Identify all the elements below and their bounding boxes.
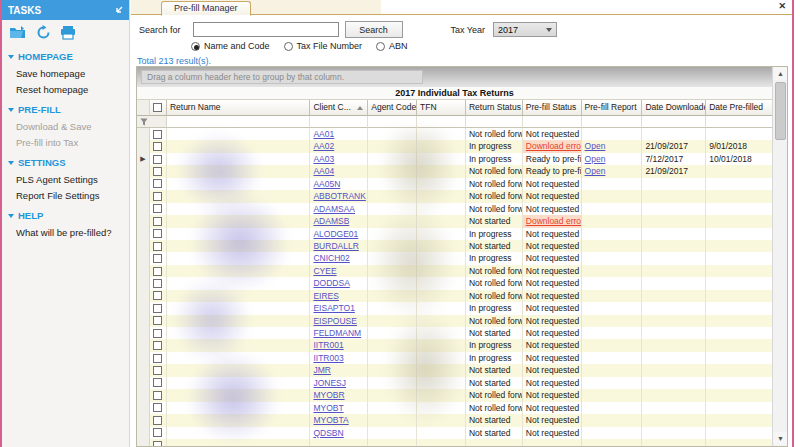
section-header-prefill[interactable]: PRE-FILL (2, 101, 129, 118)
row-checkbox[interactable] (153, 391, 162, 400)
filter-cell[interactable] (310, 116, 368, 128)
column-header-tfn[interactable]: TFN (417, 100, 466, 116)
client-code-link[interactable]: BURDALLR (313, 241, 358, 251)
row-checkbox[interactable] (153, 167, 162, 176)
tab-prefill-manager[interactable]: Pre-fill Manager (161, 1, 251, 16)
open-report-link[interactable]: Open (585, 166, 606, 176)
column-header-return-name[interactable]: Return Name (167, 100, 311, 116)
row-checkbox[interactable] (153, 428, 162, 437)
open-report-link[interactable]: Open (585, 154, 606, 164)
table-row[interactable]: AA04Not rolled forw...Ready to pre-fillO… (137, 165, 772, 177)
column-header-date-downloaded[interactable]: Date Downloaded (642, 100, 706, 116)
sidebar-item-pls-agent-settings[interactable]: PLS Agent Settings (2, 171, 129, 187)
table-row[interactable]: ALODGE01In progressNot requested (137, 228, 772, 240)
tax-year-select[interactable]: 2017 (493, 22, 557, 37)
client-code-link[interactable]: AA02 (313, 141, 334, 151)
row-checkbox[interactable] (153, 341, 162, 350)
table-row[interactable]: FELDMANMNot startedNot requested (137, 327, 772, 339)
client-code-link[interactable]: ADAMSAA (313, 204, 355, 214)
row-checkbox[interactable] (153, 304, 162, 313)
search-input[interactable] (193, 22, 339, 37)
scrollbar-thumb[interactable] (775, 82, 786, 140)
row-checkbox[interactable] (153, 441, 162, 446)
table-row[interactable]: ABBOTRANKNot rolled forw...Not requested (137, 190, 772, 202)
table-row[interactable]: CNICH02In progressNot requested (137, 252, 772, 264)
table-row[interactable]: MYOBRNot rolled forw...Not requested (137, 389, 772, 401)
column-header-client-code[interactable]: Client C... (310, 100, 368, 116)
section-header-settings[interactable]: SETTINGS (2, 154, 129, 171)
filter-cell[interactable] (167, 116, 311, 128)
radio-name-and-code[interactable]: Name and Code (191, 41, 270, 51)
table-row[interactable]: ADAMSBNot startedDownload error (137, 215, 772, 227)
filter-cell[interactable] (466, 116, 523, 128)
table-row[interactable]: BURDALLRNot startedNot requested (137, 240, 772, 252)
row-checkbox[interactable] (153, 416, 162, 425)
open-report-link[interactable]: Open (585, 141, 606, 151)
section-header-help[interactable]: HELP (2, 207, 129, 224)
client-code-link[interactable]: CNICH02 (313, 253, 349, 263)
client-code-link[interactable]: ALODGE01 (313, 229, 358, 239)
client-code-link[interactable]: EISPOUSE (313, 316, 356, 326)
row-checkbox[interactable] (153, 155, 162, 164)
table-row[interactable]: AA01Not rolled forw...Not requested (137, 128, 772, 140)
sidebar-item-reset-homepage[interactable]: Reset homepage (2, 81, 129, 97)
table-row[interactable]: IITR003In progressNot requested (137, 352, 772, 364)
table-row[interactable]: ADAMSAANot rolled forw...Not requested (137, 203, 772, 215)
radio-tax-file-number[interactable]: Tax File Number (284, 41, 363, 51)
client-code-link[interactable]: AA01 (313, 129, 334, 139)
client-code-link[interactable]: JMR (313, 365, 330, 375)
refresh-icon[interactable] (36, 25, 51, 40)
row-checkbox[interactable] (153, 378, 162, 387)
table-row[interactable]: MYOBTNot rolled forw...Not requested (137, 402, 772, 414)
row-checkbox[interactable] (153, 229, 162, 238)
table-row[interactable]: EISAPTO1In progressNot requested (137, 302, 772, 314)
client-code-link[interactable]: MYOBTA (313, 415, 348, 425)
row-checkbox[interactable] (153, 217, 162, 226)
client-code-link[interactable]: FELDMANM (313, 328, 361, 338)
table-row[interactable] (137, 439, 772, 446)
row-checkbox[interactable] (153, 291, 162, 300)
row-checkbox[interactable] (153, 242, 162, 251)
client-code-link[interactable]: ADAMSB (313, 216, 349, 226)
scroll-up-arrow[interactable]: ▲ (774, 67, 787, 80)
panel-pin-icon[interactable] (114, 6, 123, 15)
select-all-checkbox[interactable] (153, 103, 162, 112)
client-code-link[interactable]: IITR001 (313, 340, 343, 350)
table-row[interactable]: JONESJNot startedNot requested (137, 377, 772, 389)
group-by-bar[interactable]: Drag a column header here to group by th… (137, 67, 772, 87)
search-button[interactable]: Search (345, 21, 403, 38)
sidebar-item-save-homepage[interactable]: Save homepage (2, 65, 129, 81)
client-code-link[interactable]: DODDSA (313, 278, 349, 288)
row-checkbox[interactable] (153, 279, 162, 288)
row-checkbox[interactable] (153, 366, 162, 375)
filter-cell[interactable] (368, 116, 417, 128)
filter-cell[interactable] (523, 116, 582, 128)
column-header-agent-code[interactable]: Agent Code (368, 100, 417, 116)
client-code-link[interactable]: ABBOTRANK (313, 191, 365, 201)
row-checkbox[interactable] (153, 254, 162, 263)
table-row[interactable]: ▶AA03In progressReady to pre-fillOpen7/1… (137, 153, 772, 165)
filter-cell[interactable] (706, 116, 772, 128)
row-checkbox[interactable] (153, 316, 162, 325)
print-icon[interactable] (60, 25, 76, 40)
client-code-link[interactable]: MYOBT (313, 403, 343, 413)
download-error-link[interactable]: Download error (526, 216, 582, 226)
client-code-link[interactable]: AA03 (313, 154, 334, 164)
client-code-link[interactable]: AA04 (313, 166, 334, 176)
vertical-scrollbar[interactable]: ▲ ▼ (772, 67, 787, 446)
row-checkbox[interactable] (153, 403, 162, 412)
filter-cell[interactable] (642, 116, 706, 128)
table-row[interactable]: DODDSANot rolled forw...Not requested (137, 277, 772, 289)
column-header-date-prefilled[interactable]: Date Pre-filled (706, 100, 772, 116)
filter-cell[interactable] (417, 116, 466, 128)
row-checkbox[interactable] (153, 142, 162, 151)
client-code-link[interactable]: MYOBR (313, 390, 344, 400)
client-code-link[interactable]: EIRES (313, 291, 339, 301)
filter-icon-cell[interactable] (137, 116, 167, 128)
row-checkbox[interactable] (153, 179, 162, 188)
column-header-return-status[interactable]: Return Status (466, 100, 523, 116)
row-checkbox[interactable] (153, 354, 162, 363)
row-checkbox[interactable] (153, 204, 162, 213)
table-row[interactable]: AA02In progressDownload errorOpen21/09/2… (137, 140, 772, 152)
sidebar-item-what-prefilled[interactable]: What will be pre-filled? (2, 224, 129, 240)
